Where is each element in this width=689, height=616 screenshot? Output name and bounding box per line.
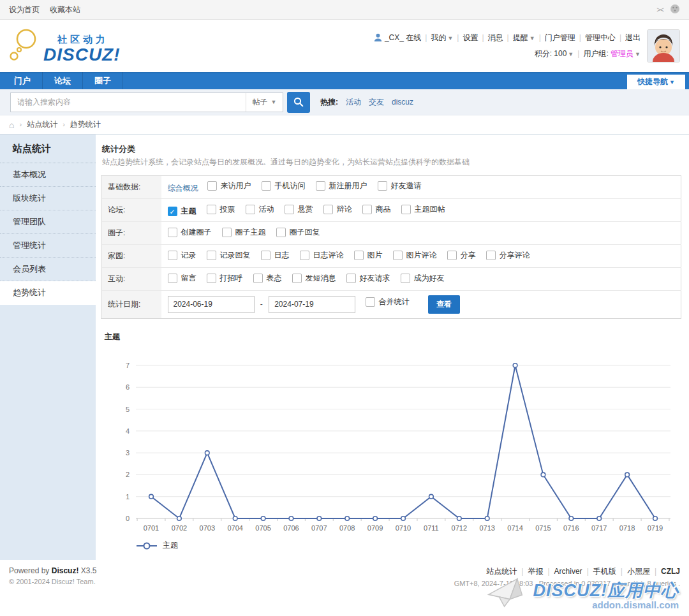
checkbox-option[interactable]: 记录 (168, 250, 196, 261)
bookmark-link[interactable]: 收藏本站 (50, 4, 80, 15)
checkbox[interactable] (366, 297, 375, 307)
footer-link-站点统计[interactable]: 站点统计 (486, 567, 517, 576)
checkbox[interactable] (378, 181, 387, 191)
checkbox[interactable] (276, 228, 286, 237)
checkbox[interactable] (354, 251, 364, 260)
checkbox[interactable] (168, 274, 177, 283)
checkbox-option[interactable]: 日志 (261, 250, 290, 261)
username-link[interactable]: _CX_ 在线 (385, 33, 421, 42)
view-button[interactable]: 查看 (428, 295, 460, 314)
checkbox[interactable] (207, 205, 216, 214)
date-from-input[interactable] (168, 296, 255, 313)
checkbox[interactable] (168, 251, 177, 260)
settings-link[interactable]: 设置 (463, 33, 478, 42)
site-logo[interactable]: 社区动力 DISCUZ! (9, 28, 121, 64)
hot-link[interactable]: 交友 (369, 98, 384, 106)
checkbox-option[interactable]: 主题回帖 (401, 204, 445, 215)
search-type-select[interactable]: 帖子▼ (246, 93, 283, 112)
portal-admin-link[interactable]: 门户管理 (545, 33, 575, 42)
date-to-input[interactable] (269, 296, 355, 313)
sidebar-item-管理统计[interactable]: 管理统计 (0, 234, 96, 258)
checkbox-option[interactable]: 创建圈子 (168, 227, 212, 238)
nav-item-门户[interactable]: 门户 (3, 72, 43, 89)
checkbox-option[interactable]: 辩论 (323, 204, 352, 215)
merge-stats-option[interactable]: 合并统计 (366, 297, 410, 307)
checkbox[interactable] (285, 205, 294, 214)
checkbox-option[interactable]: 记录回复 (207, 250, 251, 261)
checkbox[interactable] (316, 181, 325, 191)
checkbox-option[interactable]: 悬赏 (285, 204, 313, 215)
sidebar-item-版块统计[interactable]: 版块统计 (0, 187, 96, 210)
checkbox-option[interactable]: 日志评论 (300, 250, 344, 261)
collapse-icon[interactable]: >< (656, 6, 663, 13)
checkbox-option[interactable]: 圈子主题 (222, 227, 266, 238)
sidebar-item-管理团队[interactable]: 管理团队 (0, 210, 96, 234)
nav-item-论坛[interactable]: 论坛 (43, 72, 83, 89)
checkbox-option[interactable]: 图片 (354, 250, 383, 261)
footer-link-Archiver[interactable]: Archiver (554, 567, 582, 576)
overview-link[interactable]: 综合概况 (168, 184, 198, 193)
footer-link-举报[interactable]: 举报 (528, 567, 543, 576)
checkbox-option[interactable]: ✓主题 (168, 206, 196, 217)
avatar[interactable] (647, 29, 680, 62)
checkbox-option[interactable]: 图片评论 (393, 250, 437, 261)
checkbox[interactable] (447, 251, 457, 260)
checkbox-option[interactable]: 新注册用户 (316, 180, 367, 191)
checkbox[interactable] (262, 181, 271, 191)
breadcrumb-item[interactable]: 站点统计 (27, 120, 57, 129)
checkbox-option[interactable]: 分享 (447, 250, 476, 261)
checkbox-option[interactable]: 留言 (168, 273, 196, 284)
footer-link-手机版[interactable]: 手机版 (593, 567, 616, 576)
checkbox[interactable] (486, 251, 496, 260)
footer-link-CZLJ[interactable]: CZLJ (661, 567, 680, 576)
theme-icon[interactable] (670, 4, 680, 15)
discuz-brand-link[interactable]: Discuz! (52, 566, 79, 575)
search-button[interactable] (287, 92, 310, 113)
checkbox-option[interactable]: 活动 (246, 204, 274, 215)
checkbox-checked[interactable]: ✓ (168, 207, 177, 216)
checkbox-option[interactable]: 来访用户 (207, 180, 251, 191)
messages-link[interactable]: 消息 (488, 33, 503, 42)
checkbox-option[interactable]: 好友请求 (346, 273, 390, 284)
checkbox[interactable] (222, 228, 232, 237)
checkbox[interactable] (207, 274, 216, 283)
breadcrumb-item[interactable]: 趋势统计 (70, 120, 101, 129)
checkbox[interactable] (323, 205, 333, 214)
nav-item-圈子[interactable]: 圈子 (83, 72, 123, 89)
checkbox[interactable] (246, 205, 255, 214)
checkbox[interactable] (168, 228, 177, 237)
checkbox[interactable] (207, 181, 217, 191)
checkbox-option[interactable]: 成为好友 (401, 273, 445, 284)
my-menu[interactable]: 我的 (431, 33, 446, 42)
logout-link[interactable]: 退出 (625, 33, 641, 42)
checkbox-option[interactable]: 好友邀请 (378, 180, 422, 191)
sidebar-item-基本概况[interactable]: 基本概况 (0, 163, 96, 187)
checkbox[interactable] (207, 251, 216, 260)
checkbox-option[interactable]: 表态 (253, 273, 282, 284)
sidebar-item-会员列表[interactable]: 会员列表 (0, 258, 96, 281)
search-input[interactable] (11, 93, 246, 112)
checkbox[interactable] (401, 274, 410, 283)
checkbox[interactable] (300, 251, 309, 260)
checkbox-option[interactable]: 圈子回复 (276, 227, 320, 238)
credits-menu[interactable]: 积分: 100 (535, 49, 567, 58)
checkbox-option[interactable]: 投票 (207, 204, 235, 215)
quick-nav-button[interactable]: 快捷导航▼ (627, 75, 685, 89)
hot-link[interactable]: discuz (392, 98, 413, 106)
checkbox-option[interactable]: 手机访问 (262, 180, 306, 191)
checkbox[interactable] (393, 251, 403, 260)
checkbox-option[interactable]: 分享评论 (486, 250, 530, 261)
set-home-link[interactable]: 设为首页 (9, 4, 40, 15)
checkbox[interactable] (261, 251, 270, 260)
admin-center-link[interactable]: 管理中心 (585, 33, 616, 42)
checkbox[interactable] (401, 205, 411, 214)
checkbox[interactable] (346, 274, 356, 283)
checkbox[interactable] (292, 274, 302, 283)
checkbox-option[interactable]: 商品 (362, 204, 391, 215)
notices-menu[interactable]: 提醒 (513, 33, 528, 42)
sidebar-item-趋势统计[interactable]: 趋势统计 (0, 281, 96, 305)
checkbox-option[interactable]: 打招呼 (207, 273, 243, 284)
checkbox[interactable] (362, 205, 372, 214)
footer-link-小黑屋[interactable]: 小黑屋 (627, 567, 650, 576)
chart-legend[interactable]: 主题 (135, 540, 681, 551)
